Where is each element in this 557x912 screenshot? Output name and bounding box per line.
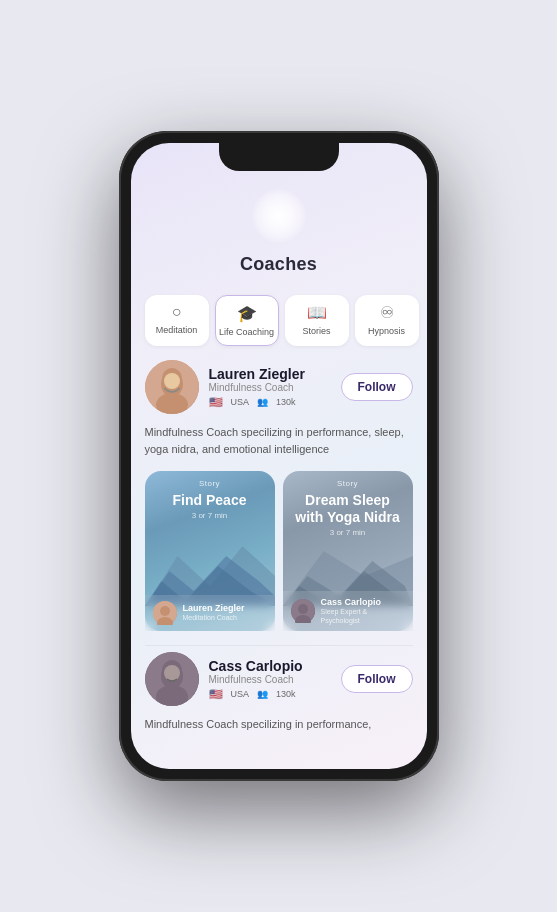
svg-point-9 [160, 606, 170, 616]
lauren-avatar-img [145, 360, 199, 414]
cass-avatar-img [145, 652, 199, 706]
story-dream-sleep[interactable]: Story Dream Sleep with Yoga Nidra 3 or 7… [283, 471, 413, 631]
cass-info: Cass Carlopio Mindfulness Coach 🇺🇸 USA 👥… [209, 658, 331, 701]
story-find-peace[interactable]: Story Find Peace 3 or 7 min [145, 471, 275, 631]
cass-name: Cass Carlopio [209, 658, 331, 674]
cass-flag: 🇺🇸 [209, 688, 223, 701]
story2-author-info: Cass Carlopio Sleep Expert & Psychologis… [321, 597, 405, 625]
stories-icon: 📖 [307, 303, 327, 322]
lauren-followers-icon: 👥 [257, 397, 268, 407]
story2-author: Cass Carlopio Sleep Expert & Psychologis… [283, 591, 413, 631]
story1-author: Lauren Ziegler Meditation Coach [145, 595, 275, 631]
cass-description: Mindfulness Coach specilizing in perform… [131, 716, 427, 743]
meditation-label: Meditation [156, 325, 198, 335]
cass-followers-icon: 👥 [257, 689, 268, 699]
life-coaching-label: Life Coaching [219, 327, 274, 337]
category-hypnosis[interactable]: ♾ Hypnosis [355, 295, 419, 346]
coach-lauren-header: Lauren Ziegler Mindfulness Coach 🇺🇸 USA … [145, 360, 413, 414]
story1-author-info: Lauren Ziegler Meditation Coach [183, 603, 267, 622]
story2-avatar [291, 599, 315, 623]
story2-tag: Story [283, 471, 413, 488]
stories-label: Stories [302, 326, 330, 336]
lauren-avatar [145, 360, 199, 414]
cass-meta: 🇺🇸 USA 👥 130k [209, 688, 331, 701]
categories-bar: ○ Meditation 🎓 Life Coaching 📖 Stories ♾… [131, 287, 427, 354]
category-meditation[interactable]: ○ Meditation [145, 295, 209, 346]
lauren-role: Mindfulness Coach [209, 382, 331, 393]
story1-duration: 3 or 7 min [145, 511, 275, 520]
category-life-coaching[interactable]: 🎓 Life Coaching [215, 295, 279, 346]
header: Coaches [131, 178, 427, 287]
story1-author-role: Meditation Coach [183, 614, 267, 622]
coach-cass-header: Cass Carlopio Mindfulness Coach 🇺🇸 USA 👥… [145, 652, 413, 706]
lauren-followers: 130k [276, 397, 296, 407]
lauren-follow-button[interactable]: Follow [341, 373, 413, 401]
logo-inner [252, 189, 306, 243]
hypnosis-label: Hypnosis [368, 326, 405, 336]
coach-lauren: Lauren Ziegler Mindfulness Coach 🇺🇸 USA … [131, 354, 427, 424]
lauren-name: Lauren Ziegler [209, 366, 331, 382]
lauren-description: Mindfulness Coach specilizing in perform… [131, 424, 427, 467]
svg-point-21 [164, 665, 180, 681]
story2-author-role: Sleep Expert & Psychologist [321, 608, 405, 625]
notch [219, 143, 339, 171]
cass-follow-button[interactable]: Follow [341, 665, 413, 693]
hypnosis-icon: ♾ [380, 303, 394, 322]
story1-bg [145, 536, 275, 596]
lauren-flag: 🇺🇸 [209, 396, 223, 409]
phone-frame: Coaches ○ Meditation 🎓 Life Coaching 📖 S… [119, 131, 439, 781]
story1-avatar [153, 601, 177, 625]
story-cards: Story Find Peace 3 or 7 min [131, 467, 427, 645]
svg-point-4 [164, 373, 180, 389]
app-logo [249, 186, 309, 246]
phone-wrapper: Coaches ○ Meditation 🎓 Life Coaching 📖 S… [0, 0, 557, 912]
lauren-info: Lauren Ziegler Mindfulness Coach 🇺🇸 USA … [209, 366, 331, 409]
story2-author-name: Cass Carlopio [321, 597, 405, 608]
phone-screen: Coaches ○ Meditation 🎓 Life Coaching 📖 S… [131, 143, 427, 769]
story1-tag: Story [145, 471, 275, 488]
screen-content: Coaches ○ Meditation 🎓 Life Coaching 📖 S… [131, 143, 427, 769]
cass-followers: 130k [276, 689, 296, 699]
story2-title: Dream Sleep with Yoga Nidra [283, 488, 413, 528]
cass-country: USA [231, 689, 250, 699]
cass-avatar [145, 652, 199, 706]
life-coaching-icon: 🎓 [237, 304, 257, 323]
meditation-icon: ○ [172, 303, 182, 321]
svg-point-15 [298, 604, 308, 614]
page-title: Coaches [240, 254, 317, 275]
story1-author-name: Lauren Ziegler [183, 603, 267, 614]
category-stories[interactable]: 📖 Stories [285, 295, 349, 346]
coach-cass: Cass Carlopio Mindfulness Coach 🇺🇸 USA 👥… [131, 646, 427, 716]
cass-role: Mindfulness Coach [209, 674, 331, 685]
story1-title: Find Peace [145, 488, 275, 511]
lauren-meta: 🇺🇸 USA 👥 130k [209, 396, 331, 409]
lauren-country: USA [231, 397, 250, 407]
story2-bg [283, 536, 413, 596]
